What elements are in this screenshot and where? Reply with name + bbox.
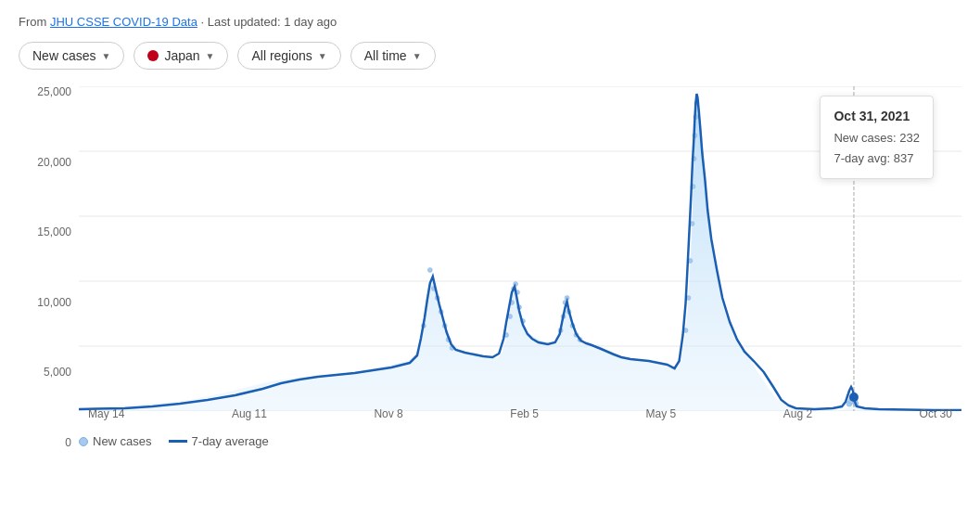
data-tooltip: Oct 31, 2021 New cases: 232 7-day avg: 8…	[820, 96, 934, 179]
y-label-5k: 5,000	[19, 367, 79, 378]
source-prefix: From	[19, 15, 50, 29]
y-label-10k: 10,000	[19, 297, 79, 308]
x-label-1: Aug 11	[232, 407, 267, 420]
metric-label: New cases	[32, 48, 95, 63]
source-suffix: · Last updated: 1 day ago	[197, 15, 337, 29]
source-link[interactable]: JHU CSSE COVID-19 Data	[50, 15, 197, 29]
tooltip-avg-value: 837	[894, 151, 914, 165]
x-axis: May 14 Aug 11 Nov 8 Feb 5 May 5 Aug 2 Oc…	[79, 407, 961, 420]
tooltip-avg: 7-day avg: 837	[834, 148, 920, 169]
region-dropdown[interactable]: All regions ▼	[237, 42, 340, 70]
x-label-2: Nov 8	[374, 407, 402, 420]
y-label-25k: 25,000	[19, 86, 79, 97]
japan-flag-icon	[147, 50, 159, 61]
svg-point-46	[849, 393, 859, 402]
time-dropdown[interactable]: All time ▼	[350, 42, 436, 70]
time-chevron-icon: ▼	[413, 51, 422, 61]
tooltip-cases-label: New cases:	[834, 131, 896, 145]
country-label: Japan	[164, 48, 199, 63]
y-label-0: 0	[19, 437, 79, 448]
x-label-3: Feb 5	[510, 407, 539, 420]
y-axis: 0 5,000 10,000 15,000 20,000 25,000	[19, 86, 79, 448]
region-chevron-icon: ▼	[318, 51, 327, 61]
time-label: All time	[364, 48, 407, 63]
tooltip-date: Oct 31, 2021	[834, 106, 920, 128]
tooltip-cases-value: 232	[899, 131, 920, 145]
metric-dropdown[interactable]: New cases ▼	[19, 42, 124, 70]
metric-chevron-icon: ▼	[101, 51, 110, 61]
controls-bar: New cases ▼ Japan ▼ All regions ▼ All ti…	[19, 42, 961, 70]
region-label: All regions	[251, 48, 312, 63]
svg-point-7	[427, 268, 432, 273]
legend-7day-avg: 7-day average	[169, 434, 269, 448]
y-label-15k: 15,000	[19, 226, 79, 238]
x-label-4: May 5	[646, 407, 677, 420]
country-dropdown[interactable]: Japan ▼	[134, 42, 228, 70]
x-label-6: Oct 30	[920, 407, 952, 420]
x-label-5: Aug 2	[783, 407, 812, 420]
legend-new-cases-label: New cases	[93, 434, 152, 448]
legend-new-cases: New cases	[79, 434, 152, 448]
chart-legend: New cases 7-day average	[79, 434, 269, 448]
legend-dot-icon	[79, 437, 88, 446]
source-line: From JHU CSSE COVID-19 Data · Last updat…	[19, 15, 961, 29]
country-chevron-icon: ▼	[206, 51, 215, 61]
legend-avg-label: 7-day average	[192, 434, 269, 448]
tooltip-new-cases: New cases: 232	[834, 128, 920, 148]
chart-area: 0 5,000 10,000 15,000 20,000 25,000	[19, 86, 961, 448]
y-label-20k: 20,000	[19, 157, 79, 168]
x-label-0: May 14	[88, 407, 124, 420]
legend-line-icon	[169, 440, 187, 443]
tooltip-avg-label: 7-day avg:	[834, 151, 890, 165]
